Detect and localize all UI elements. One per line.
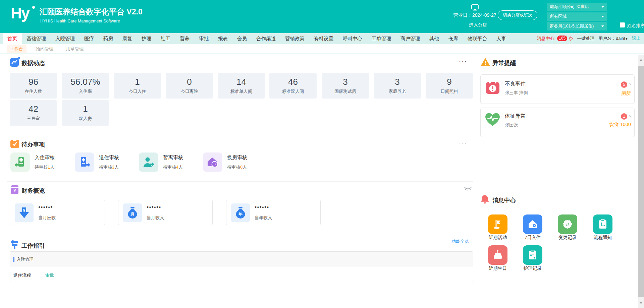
nav-item[interactable]: 社工	[156, 33, 175, 44]
name-sort-checkbox[interactable]	[620, 22, 625, 27]
branch-select[interactable]: 前海汇颐公司-深圳店	[547, 3, 607, 11]
room-change-review-item[interactable]: ⇄	[203, 152, 222, 172]
nav-item[interactable]: 资料设置	[309, 33, 338, 44]
nav-item[interactable]: 其他	[425, 33, 444, 44]
more-dots-icon[interactable]: ···	[459, 139, 467, 146]
stat-card: 3国康测试房	[322, 73, 369, 99]
stat-value: 3	[374, 77, 421, 87]
sub-nav: 工作台 预约管理 用章管理	[0, 44, 644, 54]
arrow-right-icon[interactable]: >	[629, 82, 631, 87]
feature-overview-link[interactable]: 功能全览	[451, 239, 469, 245]
nav-item[interactable]: 仓库	[444, 33, 463, 44]
alert-subtitle: 张国强	[505, 122, 518, 128]
nav-item[interactable]: 医疗	[79, 33, 99, 44]
nav-item[interactable]: 入院管理	[51, 33, 79, 44]
nav-item[interactable]: 呼叫中心	[338, 33, 367, 44]
resident-select-value: 罗谷川(101-5,长期居住)	[550, 24, 594, 28]
yen-purse-icon: ¥	[10, 185, 19, 194]
trend-chart-icon	[10, 57, 20, 67]
name-sort-label: 姓名排序	[627, 23, 644, 29]
vertical-scrollbar[interactable]	[638, 55, 644, 308]
subnav-item[interactable]: 预约管理	[33, 45, 57, 53]
nav-item[interactable]: 护理	[137, 33, 156, 44]
stat-label: 在住人数	[10, 88, 57, 95]
section-separator	[7, 235, 473, 235]
recent-activities-item[interactable]	[488, 214, 507, 234]
guide-group-header[interactable]: 入院管理	[10, 252, 473, 267]
nav-item[interactable]: 人事	[492, 33, 511, 44]
app-root: Hy 汇颐医养结合数字化平台 V2.0 HYHIS Health Care Ma…	[0, 0, 644, 308]
house-key-icon	[527, 219, 538, 230]
nav-item[interactable]: 审批	[194, 33, 213, 44]
alert-section-title: 异常提醒	[492, 59, 516, 67]
message-count-badge[interactable]: 165	[557, 36, 567, 41]
nav-item[interactable]: 康复	[118, 33, 137, 44]
guide-group-label: 入院管理	[17, 257, 34, 262]
vital-sign-alert-card[interactable]: 体征异常 张国强 1 > 饮食 1000	[480, 108, 635, 137]
resident-select[interactable]: 罗谷川(101-5,长期居住)	[547, 22, 607, 30]
area-select[interactable]: 所有区域	[547, 12, 607, 21]
scroll-down-button[interactable]	[638, 300, 644, 306]
quick-handle-link[interactable]: 一键处理	[577, 36, 594, 41]
message-center-label[interactable]: 消息中心:	[537, 36, 556, 41]
recent-birthdays-item[interactable]	[488, 245, 507, 265]
nav-item[interactable]: 物联平台	[463, 33, 492, 44]
switch-branch-button[interactable]: 切换分店或班次	[498, 10, 537, 20]
nav-item[interactable]: 营销政策	[280, 33, 309, 44]
subnav-item[interactable]: 用章管理	[63, 45, 87, 53]
stat-label: 今日入住	[114, 88, 161, 95]
seven-day-checkin-item[interactable]	[523, 214, 542, 234]
guide-approve-link[interactable]: 审批	[45, 272, 54, 279]
leave-review-item[interactable]	[139, 152, 158, 172]
todo-suffix: 人	[243, 165, 247, 170]
nav-item[interactable]: 报表	[213, 33, 232, 44]
stat-label: 双人房	[62, 116, 109, 122]
nav-item[interactable]: 会员	[232, 33, 252, 44]
adverse-event-card[interactable]: 不良事件 张三丰 摔倒 5 > 厕所	[480, 74, 635, 104]
subnav-item-workbench[interactable]: 工作台	[7, 45, 26, 53]
finance-icon-tile: 年	[231, 203, 250, 222]
nav-right-cluster: 消息中心: 165 条 一键处理 用户名：daihl▼ 退出	[537, 33, 641, 44]
stat-card: 14标准单人间	[218, 73, 265, 99]
checkin-review-item[interactable]	[10, 152, 30, 172]
todo-sub: 待审核1人	[35, 164, 54, 170]
stat-label: 日间照料	[426, 88, 473, 95]
alert-title: 不良事件	[505, 80, 526, 87]
eye-closed-icon[interactable]	[464, 187, 472, 191]
stat-value: 56.07%	[62, 77, 109, 87]
section-separator	[7, 135, 473, 135]
enter-branch-link[interactable]: 进入分店	[469, 22, 487, 28]
finance-card: 月 ****** 当月收入	[118, 200, 213, 225]
change-records-item[interactable]: ⇄	[558, 214, 577, 234]
checkin-building-icon	[14, 156, 26, 168]
nav-item[interactable]: 药房	[99, 33, 118, 44]
care-records-item[interactable]: ♥	[523, 245, 542, 265]
finance-icon-tile: 月	[123, 203, 142, 222]
nav-item[interactable]: 营养	[175, 33, 194, 44]
nav-item[interactable]: 工单管理	[367, 33, 396, 44]
todo-title: 入住审核	[35, 155, 55, 161]
arrow-right-icon[interactable]: >	[629, 114, 631, 119]
scrollbar-thumb[interactable]	[638, 66, 644, 297]
nav-item-home[interactable]: 首页	[3, 33, 22, 44]
svg-text:♥: ♥	[534, 256, 536, 259]
todo-suffix: 人	[50, 165, 54, 170]
nav-item[interactable]: 商户管理	[396, 33, 425, 44]
stat-card: 9日间照料	[426, 73, 473, 99]
logout-link[interactable]: 退出	[632, 36, 641, 41]
stat-label: 入住率	[62, 88, 109, 95]
nav-item[interactable]: 基础管理	[22, 33, 51, 44]
more-dots-icon[interactable]: ···	[459, 58, 467, 64]
stat-label: 今日离院	[166, 88, 213, 95]
stat-value: 46	[269, 77, 317, 87]
username-label[interactable]: 用户名：daihl	[598, 36, 625, 41]
nav-item[interactable]: 合作渠道	[252, 33, 280, 44]
scroll-up-button[interactable]	[638, 57, 644, 63]
caret-down-icon[interactable]: ▼	[625, 37, 628, 41]
person-leave-icon	[143, 156, 155, 168]
process-notice-item[interactable]	[593, 214, 612, 234]
checkout-building-icon	[78, 156, 91, 168]
checkout-review-item[interactable]	[75, 152, 94, 172]
finance-icon-tile: ¥	[15, 203, 34, 222]
bell-icon	[480, 194, 489, 204]
